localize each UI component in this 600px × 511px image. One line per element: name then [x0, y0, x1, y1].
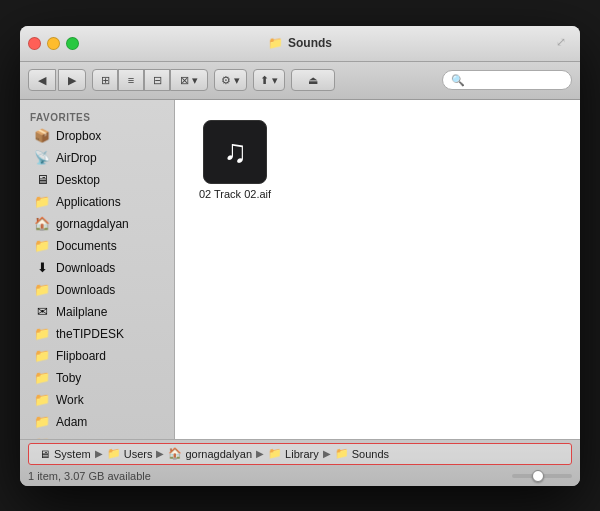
- view-cover-button[interactable]: ⊠ ▾: [170, 69, 208, 91]
- slider-track: [512, 474, 572, 478]
- resize-icon[interactable]: ⤢: [556, 35, 572, 51]
- back-button[interactable]: ◀: [28, 69, 56, 91]
- minimize-button[interactable]: [47, 37, 60, 50]
- sidebar-item-thetipdesk[interactable]: 📁 theTIPDESK: [24, 323, 170, 345]
- file-area[interactable]: ♫ 02 Track 02.aif: [175, 100, 580, 439]
- breadcrumb-sep: ▶: [95, 448, 103, 459]
- breadcrumb-users-label: Users: [124, 448, 153, 460]
- sidebar-item-label: Toby: [56, 371, 81, 385]
- breadcrumb-library[interactable]: 📁 Library: [268, 447, 319, 461]
- sidebar-item-documents[interactable]: 📁 Documents: [24, 235, 170, 257]
- view-buttons: ⊞ ≡ ⊟ ⊠ ▾: [92, 69, 208, 91]
- status-bottom: 1 item, 3.07 GB available: [20, 468, 580, 486]
- slider-thumb[interactable]: [532, 470, 544, 482]
- folder-icon: 📁: [268, 447, 282, 461]
- sidebar-item-label: Dropbox: [56, 129, 101, 143]
- breadcrumb-sep: ▶: [256, 448, 264, 459]
- folder-icon: 📁: [34, 348, 50, 364]
- toolbar: ◀ ▶ ⊞ ≡ ⊟ ⊠ ▾ ⚙ ▾ ⬆ ▾ ⏏ 🔍: [20, 62, 580, 100]
- sidebar-item-mailplane[interactable]: ✉ Mailplane: [24, 301, 170, 323]
- folder-icon: 📁: [34, 370, 50, 386]
- sidebar-item-applications[interactable]: 📁 Applications: [24, 191, 170, 213]
- favorites-section-label: FAVORITES: [20, 106, 174, 125]
- sidebar-item-label: Documents: [56, 239, 117, 253]
- traffic-lights: [28, 37, 79, 50]
- nav-buttons: ◀ ▶: [28, 69, 86, 91]
- forward-button[interactable]: ▶: [58, 69, 86, 91]
- breadcrumb-library-label: Library: [285, 448, 319, 460]
- close-button[interactable]: [28, 37, 41, 50]
- view-list-button[interactable]: ≡: [118, 69, 144, 91]
- folder-icon: 📁: [34, 326, 50, 342]
- sidebar-item-desktop[interactable]: 🖥 Desktop: [24, 169, 170, 191]
- downloads-icon: ⬇: [34, 260, 50, 276]
- documents-icon: 📁: [34, 238, 50, 254]
- file-icon: ♫: [203, 120, 267, 184]
- search-input[interactable]: 🔍: [442, 70, 572, 90]
- view-column-button[interactable]: ⊟: [144, 69, 170, 91]
- sidebar-item-downloads2[interactable]: 📁 Downloads: [24, 279, 170, 301]
- folder-icon: 📁: [34, 392, 50, 408]
- statusbar: 🖥 System ▶ 📁 Users ▶ 🏠 gornagdalyan ▶ 📁 …: [20, 439, 580, 486]
- action-button[interactable]: ⚙ ▾: [214, 69, 247, 91]
- system-icon: 🖥: [37, 447, 51, 461]
- finder-window: 📁 Sounds ⤢ ◀ ▶ ⊞ ≡ ⊟ ⊠ ▾ ⚙ ▾ ⬆ ▾ ⏏ 🔍 FAV…: [20, 26, 580, 486]
- sidebar-item-label: Downloads: [56, 261, 115, 275]
- breadcrumb: 🖥 System ▶ 📁 Users ▶ 🏠 gornagdalyan ▶ 📁 …: [28, 443, 572, 465]
- breadcrumb-sep: ▶: [156, 448, 164, 459]
- mailplane-icon: ✉: [34, 304, 50, 320]
- folder-icon: 📁: [268, 36, 283, 50]
- sidebar-item-dropbox[interactable]: 📦 Dropbox: [24, 125, 170, 147]
- applications-icon: 📁: [34, 194, 50, 210]
- home-icon: 🏠: [168, 447, 182, 461]
- eject-button[interactable]: ⏏: [291, 69, 335, 91]
- sidebar-item-label: Flipboard: [56, 349, 106, 363]
- sidebar-item-label: gornagdalyan: [56, 217, 129, 231]
- content-area: FAVORITES 📦 Dropbox 📡 AirDrop 🖥 Desktop …: [20, 100, 580, 439]
- sidebar-item-label: Applications: [56, 195, 121, 209]
- breadcrumb-sounds-label: Sounds: [352, 448, 389, 460]
- breadcrumb-users[interactable]: 📁 Users: [107, 447, 153, 461]
- view-icon-button[interactable]: ⊞: [92, 69, 118, 91]
- folder-icon: 📁: [34, 282, 50, 298]
- breadcrumb-system-label: System: [54, 448, 91, 460]
- sidebar-item-toby[interactable]: 📁 Toby: [24, 367, 170, 389]
- sidebar-item-flipboard[interactable]: 📁 Flipboard: [24, 345, 170, 367]
- folder-icon: 📁: [335, 447, 349, 461]
- home-icon: 🏠: [34, 216, 50, 232]
- sidebar-item-work[interactable]: 📁 Work: [24, 389, 170, 411]
- zoom-slider[interactable]: [512, 474, 572, 478]
- sidebar-item-gornagdalyan[interactable]: 🏠 gornagdalyan: [24, 213, 170, 235]
- sidebar-item-label: Mailplane: [56, 305, 107, 319]
- sidebar-item-label: AirDrop: [56, 151, 97, 165]
- maximize-button[interactable]: [66, 37, 79, 50]
- sidebar: FAVORITES 📦 Dropbox 📡 AirDrop 🖥 Desktop …: [20, 100, 175, 439]
- sidebar-item-downloads1[interactable]: ⬇ Downloads: [24, 257, 170, 279]
- window-title-label: Sounds: [288, 36, 332, 50]
- file-item-track02[interactable]: ♫ 02 Track 02.aif: [195, 120, 275, 200]
- sidebar-item-label: Adam: [56, 415, 87, 429]
- desktop-icon: 🖥: [34, 172, 50, 188]
- sidebar-item-label: Downloads: [56, 283, 115, 297]
- breadcrumb-system[interactable]: 🖥 System: [37, 447, 91, 461]
- sidebar-item-label: Desktop: [56, 173, 100, 187]
- breadcrumb-gornagdalyan-label: gornagdalyan: [185, 448, 252, 460]
- breadcrumb-gornagdalyan[interactable]: 🏠 gornagdalyan: [168, 447, 252, 461]
- sidebar-item-airdrop[interactable]: 📡 AirDrop: [24, 147, 170, 169]
- music-note-icon: ♫: [223, 133, 247, 170]
- breadcrumb-sounds[interactable]: 📁 Sounds: [335, 447, 389, 461]
- folder-icon: 📁: [107, 447, 121, 461]
- dropbox-icon: 📦: [34, 128, 50, 144]
- window-title: 📁 Sounds: [268, 36, 332, 50]
- sidebar-item-label: theTIPDESK: [56, 327, 124, 341]
- folder-icon: 📁: [34, 414, 50, 430]
- titlebar: 📁 Sounds ⤢: [20, 26, 580, 62]
- item-count-label: 1 item, 3.07 GB available: [28, 470, 151, 482]
- sidebar-item-adam[interactable]: 📁 Adam: [24, 411, 170, 433]
- sidebar-item-label: Work: [56, 393, 84, 407]
- share-button[interactable]: ⬆ ▾: [253, 69, 285, 91]
- breadcrumb-sep: ▶: [323, 448, 331, 459]
- airdrop-icon: 📡: [34, 150, 50, 166]
- file-label: 02 Track 02.aif: [199, 188, 271, 200]
